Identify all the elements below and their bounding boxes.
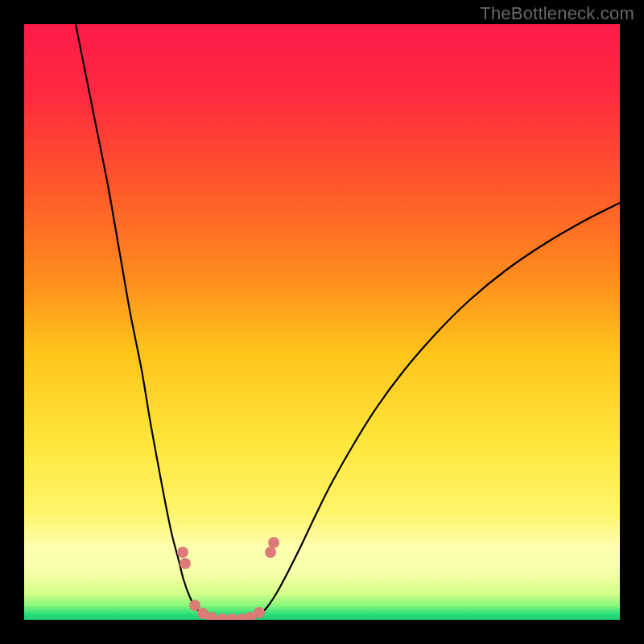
- curve-layer: [24, 24, 620, 620]
- data-marker: [217, 613, 228, 620]
- data-marker: [177, 547, 188, 558]
- chart-frame: TheBottleneck.com: [0, 0, 644, 644]
- data-marker: [180, 558, 191, 569]
- data-marker: [226, 613, 237, 620]
- data-marker: [189, 600, 200, 611]
- bottleneck-curve: [72, 24, 620, 620]
- data-marker: [265, 547, 276, 558]
- data-marker: [254, 607, 265, 618]
- data-marker: [268, 537, 279, 548]
- watermark-text: TheBottleneck.com: [480, 3, 634, 24]
- marker-group: [177, 537, 279, 620]
- plot-area: [24, 24, 620, 620]
